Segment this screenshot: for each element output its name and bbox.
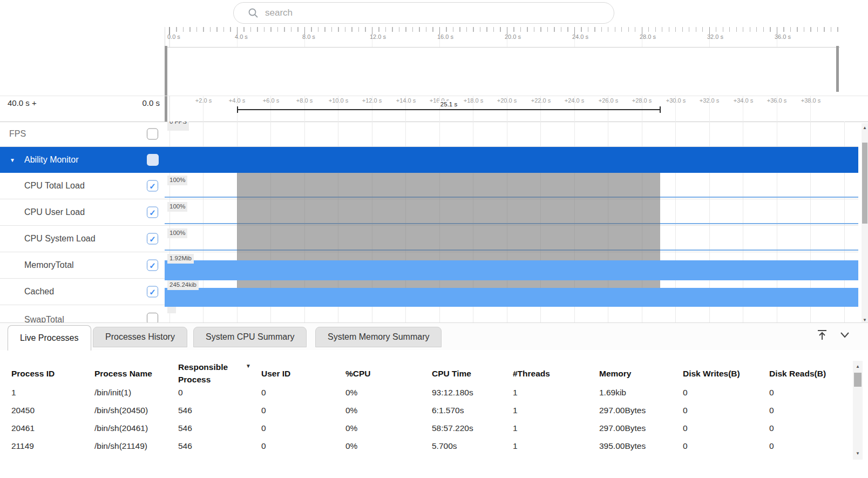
track-group-ability-monitor[interactable]: Ability Monitor <box>0 147 858 173</box>
fps-partial-value-chip: 0 FPS <box>167 122 189 131</box>
track-label: CPU User Load <box>24 207 85 217</box>
scroll-down-icon[interactable]: ▼ <box>853 451 863 456</box>
cell: 21149 <box>11 441 92 451</box>
cpu-user-load-checkbox[interactable] <box>147 207 158 218</box>
search-icon <box>248 8 259 18</box>
ruler-tick-label: 20.0 s <box>505 33 542 40</box>
cpu-total-load-checkbox[interactable] <box>147 180 158 192</box>
tab-label: System CPU Summary <box>206 332 294 342</box>
column-header-disk-writes[interactable]: Disk Writes(B) <box>683 367 758 380</box>
relative-tick-label: +22.0 s <box>526 97 555 104</box>
cell: 58:57.220s <box>432 423 513 433</box>
chart-scrollbar[interactable]: ▲ ▼ <box>862 123 868 324</box>
minimap-right-handle[interactable] <box>836 46 839 92</box>
time-selection-overlay[interactable] <box>237 173 660 307</box>
cell: 0 <box>769 441 850 451</box>
column-header-disk-reads[interactable]: Disk Reads(B) <box>769 367 845 380</box>
cell: 0% <box>345 388 426 398</box>
cell: 0 <box>683 388 764 398</box>
cpu-system-load-checkbox[interactable] <box>147 233 158 245</box>
cell: 93:12.180s <box>432 388 513 398</box>
track-row-fps[interactable]: FPS 0 FPS <box>0 122 858 147</box>
tab-system-cpu-summary[interactable]: System CPU Summary <box>193 327 307 347</box>
cell: 1 <box>513 388 594 398</box>
cell: 546 <box>178 406 259 415</box>
search-input[interactable] <box>264 7 590 19</box>
memory-total-bar <box>165 260 858 280</box>
search-bar[interactable] <box>233 2 614 24</box>
relative-tick-label: +30.0 s <box>661 97 690 104</box>
axis-max-chip: 1.92Mib <box>167 254 194 264</box>
track-label: FPS <box>9 129 26 139</box>
relative-tick-label: +24.0 s <box>560 97 589 104</box>
cell: /bin/sh(20450) <box>94 406 175 415</box>
table-scrollbar-thumb[interactable] <box>854 373 862 387</box>
collapse-triangle-icon[interactable] <box>10 157 15 163</box>
cell: 1 <box>513 441 594 451</box>
tab-live-processes[interactable]: Live Processes <box>8 325 91 351</box>
cell: 5.700s <box>432 441 513 451</box>
relative-tick-label: +32.0 s <box>695 97 724 104</box>
cell: 1 <box>513 423 594 433</box>
ruler-tick-label: 32.0 s <box>707 33 745 40</box>
track-row-swap-total[interactable]: SwapTotal <box>0 305 858 322</box>
collapse-panel-icon[interactable] <box>838 328 852 342</box>
cached-bar <box>165 288 858 307</box>
cell: 20461 <box>11 423 92 433</box>
total-duration-label: 40.0 s + <box>8 98 37 107</box>
expand-panel-top-icon[interactable] <box>815 328 829 342</box>
cell: 1 <box>11 388 92 398</box>
table-scrollbar[interactable]: ▲ ▼ <box>853 361 863 460</box>
cell: 0 <box>261 388 342 398</box>
chart-scrollbar-thumb[interactable] <box>862 143 867 224</box>
cell: 0 <box>769 406 850 415</box>
ability-monitor-checkbox[interactable] <box>147 154 159 166</box>
cell: 395.00Bytes <box>599 441 680 451</box>
ruler-tick-label: 8.0 s <box>302 33 340 40</box>
column-header-threads[interactable]: #Threads <box>513 367 588 380</box>
column-header-cpu-time[interactable]: CPU Time <box>432 367 507 380</box>
fps-checkbox[interactable] <box>147 129 158 140</box>
cell: 0 <box>178 388 259 398</box>
cell: 0% <box>345 423 426 433</box>
relative-tick-label: +8.0 s <box>290 97 319 104</box>
cell: /bin/sh(20461) <box>94 423 175 433</box>
column-header-responsible-process[interactable]: Responsible Process <box>178 361 244 386</box>
column-header-process-name[interactable]: Process Name <box>94 367 170 380</box>
track-label: Cached <box>24 287 54 297</box>
cell: 0 <box>683 441 764 451</box>
relative-tick-label: +2.0 s <box>189 97 218 104</box>
cell: /bin/init(1) <box>94 388 175 398</box>
selection-duration-label: 25.1 s <box>438 101 459 107</box>
scroll-up-icon[interactable]: ▲ <box>862 125 868 131</box>
column-header-user-id[interactable]: User ID <box>261 367 337 380</box>
sort-descending-icon[interactable] <box>246 363 251 369</box>
cell: 0 <box>261 441 342 451</box>
profiler-window: { "search": { "placeholder": "search" },… <box>0 0 868 478</box>
selection-range-bracket[interactable]: 25.1 s <box>237 109 661 110</box>
tab-processes-history[interactable]: Processes History <box>93 327 187 347</box>
axis-max-chip: 100% <box>167 176 187 185</box>
cell: 0% <box>345 406 426 415</box>
track-label: CPU System Load <box>24 234 96 244</box>
scroll-up-icon[interactable]: ▲ <box>853 364 863 369</box>
column-header-process-id[interactable]: Process ID <box>11 367 87 380</box>
cell: /bin/sh(21149) <box>94 441 175 451</box>
cell: 546 <box>178 441 259 451</box>
cell: 0 <box>683 406 764 415</box>
cell: 546 <box>178 423 259 433</box>
cell: 297.00Bytes <box>599 423 680 433</box>
column-header-memory[interactable]: Memory <box>599 367 675 380</box>
column-header-cpu-percent[interactable]: %CPU <box>345 367 421 380</box>
ruler-tick-label: 12.0 s <box>370 33 408 40</box>
memory-total-checkbox[interactable] <box>147 260 158 271</box>
relative-tick-label: +36.0 s <box>762 97 791 104</box>
relative-tick-label: +18.0 s <box>459 97 488 104</box>
relative-tick-label: +34.0 s <box>729 97 758 104</box>
cell: 0 <box>683 423 764 433</box>
axis-max-chip: 100% <box>167 202 187 212</box>
relative-tick-label: +4.0 s <box>222 97 252 104</box>
tab-system-memory-summary[interactable]: System Memory Summary <box>315 327 442 347</box>
cell: 0% <box>345 441 426 451</box>
cached-checkbox[interactable] <box>147 286 158 298</box>
